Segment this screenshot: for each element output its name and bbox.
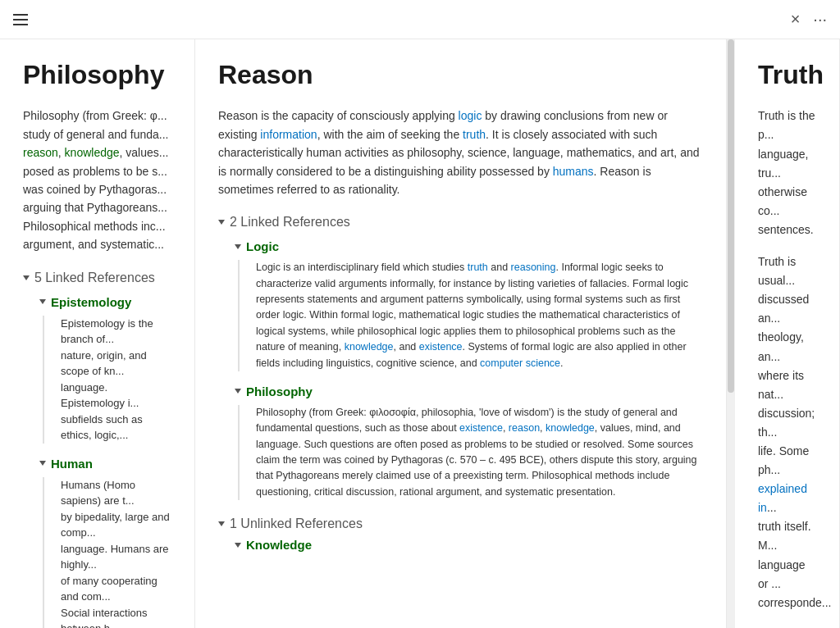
philosophy-linked-refs-label: 5 Linked References (34, 271, 155, 285)
epistemology-link[interactable]: Epistemology (51, 295, 131, 309)
close-icon[interactable]: × (791, 10, 801, 29)
reason-linked-refs-toggle-icon (218, 220, 225, 225)
reason-title: Reason (218, 59, 703, 90)
ref-item-human: Human Humans (Homo sapiens) are t... by … (23, 457, 171, 628)
philosophy-body: Philosophy (from Greek: φ... study of ge… (23, 107, 171, 253)
knowledge-toggle-icon (235, 543, 241, 548)
truth-ref-link[interactable]: truth (468, 262, 488, 273)
truth-para-2: Truth is usual... discussed an... theolo… (758, 253, 816, 612)
epistemology-header[interactable]: Epistemology (39, 295, 171, 309)
reason-unlinked-refs-label: 1 Unlinked References (230, 517, 363, 531)
panel-philosophy: Philosophy Philosophy (from Greek: φ... … (0, 39, 195, 628)
panels-container: Philosophy Philosophy (from Greek: φ... … (0, 39, 840, 628)
existence-ref-link[interactable]: existence (459, 422, 503, 434)
reason-unlinked-refs-header[interactable]: 1 Unlinked References (218, 517, 703, 531)
ref-item-knowledge: Knowledge (218, 538, 703, 552)
philosophy-linked-refs-header[interactable]: 5 Linked References (23, 271, 171, 285)
knowledge-link[interactable]: knowledge (65, 146, 120, 159)
philosophy-linked-refs-section: 5 Linked References Epistemology Epistem… (23, 271, 171, 628)
human-toggle-icon (39, 461, 46, 466)
human-header[interactable]: Human (39, 457, 171, 471)
explained-in-link[interactable]: explained in (758, 482, 807, 514)
logic-ref-link[interactable]: Logic (246, 239, 279, 253)
knowledge-header[interactable]: Knowledge (235, 538, 703, 552)
human-excerpt: Humans (Homo sapiens) are t... by bipeda… (43, 477, 171, 628)
ref-item-logic: Logic Logic is an interdisciplinary fiel… (218, 239, 703, 371)
human-link[interactable]: Human (51, 457, 93, 471)
logic-excerpt: Logic is an interdisciplinary field whic… (238, 260, 703, 371)
logic-ref-header[interactable]: Logic (235, 239, 703, 253)
top-bar-right: × ··· (791, 10, 827, 29)
truth-title: Truth (758, 59, 816, 90)
knowledge-ref2-link[interactable]: knowledge (546, 422, 595, 434)
philosophy-title: Philosophy (23, 59, 171, 90)
logic-link[interactable]: logic (459, 109, 482, 122)
middle-scrollbar[interactable] (727, 39, 735, 628)
reason-unlinked-refs-section: 1 Unlinked References Knowledge (218, 517, 703, 552)
hamburger-menu-icon[interactable] (13, 14, 28, 25)
scrollbar-thumb (728, 39, 734, 393)
reason-linked-refs-header[interactable]: 2 Linked References (218, 215, 703, 230)
unlinked-refs-toggle-icon (218, 521, 225, 526)
ref-item-philosophy: Philosophy Philosophy (from Greek: φιλοσ… (218, 385, 703, 500)
epistemology-toggle-icon (39, 299, 46, 304)
philosophy-excerpt: Philosophy (from Greek: φιλοσοφία, philo… (238, 405, 703, 500)
reason-linked-refs-label: 2 Linked References (230, 215, 350, 230)
knowledge-ref-link[interactable]: knowledge (345, 341, 394, 353)
top-bar: × ··· (0, 0, 840, 39)
humans-link[interactable]: humans (553, 165, 594, 178)
ref-item-epistemology: Epistemology Epistemology is the branch … (23, 295, 171, 444)
epistemology-excerpt: Epistemology is the branch of... nature,… (43, 316, 171, 444)
truth-link[interactable]: truth (463, 128, 486, 141)
knowledge-ref-link[interactable]: Knowledge (246, 538, 312, 552)
reason-ref-link[interactable]: reason (509, 422, 540, 434)
top-bar-left (13, 14, 28, 25)
panel-reason: Reason Reason is the capacity of conscio… (195, 39, 727, 628)
philosophy-ref-toggle-icon (235, 389, 241, 394)
computer-science-link[interactable]: computer science (480, 357, 560, 369)
logic-toggle-icon (235, 244, 241, 249)
philosophy-ref-link[interactable]: Philosophy (246, 385, 313, 398)
information-link[interactable]: information (260, 128, 317, 141)
reasoning-link[interactable]: reasoning (511, 262, 556, 273)
philosophy-ref-header[interactable]: Philosophy (235, 385, 703, 398)
reason-link[interactable]: reason (23, 146, 58, 159)
truth-body: Truth is the p... language, tru... other… (758, 107, 816, 628)
linked-refs-toggle-icon (23, 275, 30, 280)
reason-intro: Reason is the capacity of consciously ap… (218, 107, 703, 198)
existence-link[interactable]: existence (419, 341, 463, 353)
panel-truth: Truth Truth is the p... language, tru...… (735, 39, 840, 628)
more-options-icon[interactable]: ··· (813, 10, 827, 29)
truth-para-1: Truth is the p... language, tru... other… (758, 107, 816, 239)
reason-linked-refs-section: 2 Linked References Logic Logic is an in… (218, 215, 703, 500)
